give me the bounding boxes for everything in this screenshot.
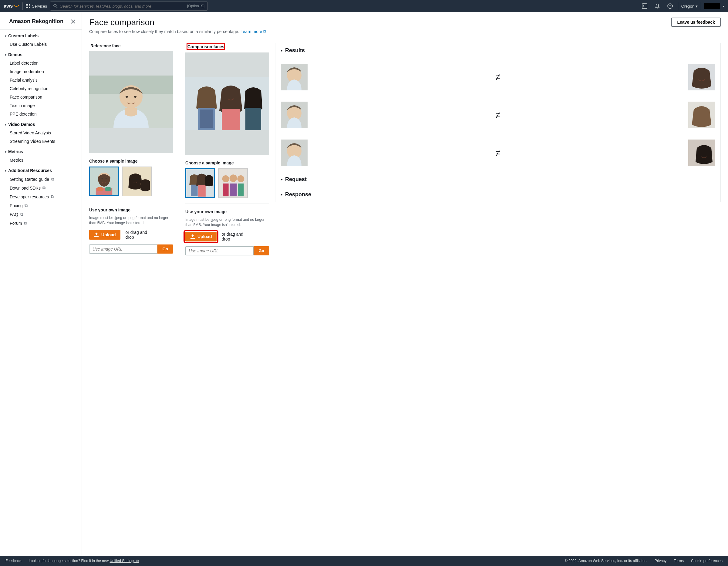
section-additional[interactable]: Additional Resources [0,164,82,175]
account-menu[interactable] [704,3,720,9]
leave-feedback-button[interactable]: Leave us feedback [671,18,721,27]
svg-point-24 [97,187,104,191]
external-link-icon: ⧉ [24,221,27,226]
footer-cookies[interactable]: Cookie preferences [691,559,723,563]
footer-privacy[interactable]: Privacy [655,559,666,563]
section-custom-labels[interactable]: Custom Labels [0,30,82,40]
learn-more-link[interactable]: Learn more ⧉ [241,29,266,34]
search-box[interactable]: [Option+S] [50,2,208,11]
footer: Feedback Looking for language selection?… [0,556,728,566]
nav-faq[interactable]: FAQ ⧉ [0,210,82,219]
svg-rect-43 [198,185,205,197]
result-row: ≠ [275,58,720,96]
request-accordion[interactable]: Request [275,172,720,187]
nav-stored-video[interactable]: Stored Video Analysis [0,129,82,137]
reference-image-preview [89,51,173,153]
comparison-sample-thumb-2[interactable] [218,168,248,198]
region-selector[interactable]: Oregon▾ [681,4,698,8]
external-link-icon: ⧉ [25,203,28,208]
svg-rect-47 [223,184,228,196]
result-row: ≠ [275,134,720,172]
search-icon [53,4,58,8]
nav-pricing[interactable]: Pricing ⧉ [0,201,82,210]
nav-facial-analysis[interactable]: Facial analysis [0,76,82,84]
nav-download-sdks[interactable]: Download SDKs ⧉ [0,184,82,192]
footer-language-prompt: Looking for language selection? Find it … [29,559,139,563]
search-input[interactable] [60,4,185,8]
nav-use-custom-labels[interactable]: Use Custom Labels [0,40,82,49]
drag-drop-text: or drag and drop [221,232,246,241]
choose-sample-label: Choose a sample image [185,160,269,165]
nav-developer-resources[interactable]: Developer resources ⧉ [0,192,82,201]
external-link-icon: ⧉ [20,212,23,217]
sidebar: Amazon Rekognition Custom Labels Use Cus… [0,12,82,556]
svg-rect-2 [29,4,30,5]
reference-go-button[interactable]: Go [157,244,173,254]
footer-terms[interactable]: Terms [674,559,684,563]
footer-feedback[interactable]: Feedback [5,559,22,563]
result-reference-face [281,140,308,166]
svg-rect-1 [27,4,28,5]
main-content: Face comparison Leave us feedback Compar… [82,12,728,556]
section-demos[interactable]: Demos [0,49,82,59]
nav-streaming-video[interactable]: Streaming Video Events [0,137,82,146]
notifications-icon[interactable] [652,3,662,9]
svg-point-50 [237,175,244,182]
reference-sample-thumb-1[interactable] [89,167,119,196]
nav-image-moderation[interactable]: Image moderation [0,67,82,76]
section-video-demos[interactable]: Video Demos [0,118,82,129]
reference-upload-button[interactable]: Upload [89,230,120,240]
unified-settings-link[interactable]: Unified Settings ⧉ [110,559,139,563]
svg-point-17 [126,96,128,98]
external-link-icon: ⧉ [51,177,54,182]
nav-ppe-detection[interactable]: PPE detection [0,110,82,118]
svg-rect-0 [26,4,27,5]
svg-text:?: ? [669,4,671,8]
svg-rect-4 [27,5,28,6]
nav-getting-started[interactable]: Getting started guide ⧉ [0,175,82,184]
reference-heading: Reference face [89,43,173,49]
nav-text-in-image[interactable]: Text in image [0,101,82,110]
svg-point-25 [105,187,112,191]
choose-sample-label: Choose a sample image [89,159,173,163]
svg-point-18 [134,96,137,98]
grid-icon [26,4,30,8]
top-nav: aws Services [Option+S] ? Oregon▾ ▾ [0,0,728,12]
drag-drop-text: or drag and drop [125,230,150,240]
own-image-hint: Image must be .jpeg or .png format and n… [89,215,173,226]
comparison-sample-thumb-1[interactable] [185,168,215,198]
cloudshell-icon[interactable] [640,3,649,9]
svg-rect-7 [27,7,28,8]
service-title: Amazon Rekognition [9,18,63,25]
help-icon[interactable]: ? [665,3,675,9]
aws-logo[interactable]: aws [4,3,19,9]
nav-celebrity-recognition[interactable]: Celebrity recognition [0,84,82,93]
nav-face-comparison[interactable]: Face comparison [0,93,82,101]
comparison-image-preview [185,52,269,155]
close-icon[interactable] [71,19,76,24]
upload-icon [94,232,99,237]
svg-rect-41 [191,185,198,196]
not-equal-icon: ≠ [489,110,507,120]
reference-url-input[interactable] [89,244,157,254]
comparison-heading: Comparison faces [187,43,225,50]
comparison-url-input[interactable] [185,246,254,255]
svg-point-29 [137,179,138,180]
aws-smile-icon [13,3,19,9]
nav-forum[interactable]: Forum ⧉ [0,219,82,227]
comparison-upload-button[interactable]: Upload [185,232,217,241]
result-reference-face [281,64,308,90]
search-shortcut: [Option+S] [187,4,204,8]
own-image-hint: Image must be .jpeg or .png format and n… [185,217,269,227]
svg-point-46 [222,175,229,182]
services-menu[interactable]: Services [26,4,47,8]
reference-sample-thumb-2[interactable] [122,167,152,196]
page-subtitle: Compare faces to see how closely they ma… [89,29,721,34]
nav-metrics[interactable]: Metrics [0,156,82,164]
results-header[interactable]: Results [275,43,720,58]
external-link-icon: ⧉ [42,185,45,190]
section-metrics[interactable]: Metrics [0,146,82,156]
comparison-go-button[interactable]: Go [254,246,269,255]
nav-label-detection[interactable]: Label detection [0,59,82,67]
response-accordion[interactable]: Response [275,187,720,202]
